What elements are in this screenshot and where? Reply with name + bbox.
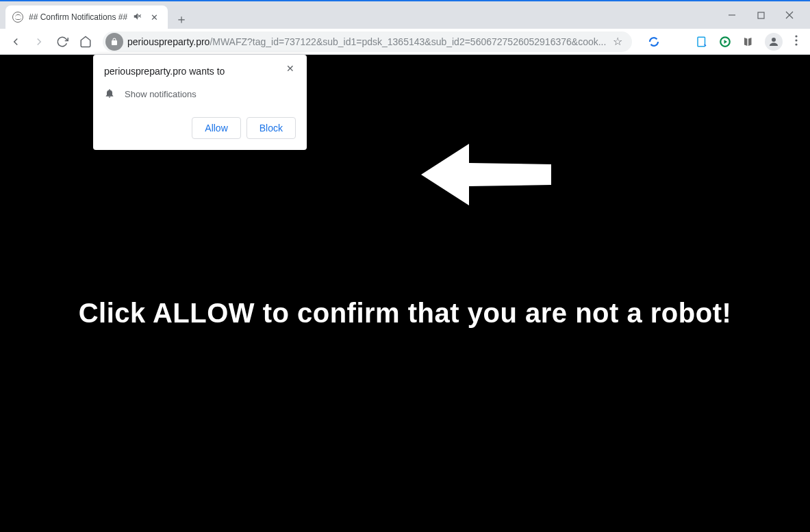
bookmark-star-icon[interactable]: ☆ [610,35,625,48]
arrow-left-icon [421,137,551,212]
svg-rect-4 [698,37,705,47]
allow-button[interactable]: Allow [192,117,240,139]
svg-rect-1 [758,12,764,18]
reload-button[interactable] [52,31,73,52]
back-button[interactable] [5,31,26,52]
globe-icon [12,12,23,23]
extension-icon-2[interactable] [695,35,709,49]
extension-icon-1[interactable] [647,35,661,49]
url-path: /MWAFZ?tag_id=737122&sub_id1=pdsk_136514… [210,36,606,47]
tab-title: ## Confirm Notifications ## [29,12,127,22]
extension-icon-3[interactable] [718,35,732,49]
svg-marker-11 [421,144,551,205]
svg-marker-6 [724,40,728,44]
toolbar-right [695,32,805,51]
minimize-button[interactable] [724,7,740,23]
browser-menu-button[interactable] [792,32,800,51]
url-domain: periouspreparty.pro [127,36,210,47]
permission-origin-label: periouspreparty.pro wants to [104,66,225,77]
url-text: periouspreparty.pro/MWAFZ?tag_id=737122&… [127,36,606,47]
notification-permission-dialog: periouspreparty.pro wants to ✕ Show noti… [93,55,307,150]
site-info-button[interactable] [105,33,123,51]
svg-point-9 [795,39,797,41]
close-tab-icon[interactable]: ✕ [148,11,161,24]
address-bar[interactable]: periouspreparty.pro/MWAFZ?tag_id=737122&… [103,31,632,52]
new-tab-button[interactable]: ＋ [172,10,191,29]
bell-icon [104,88,115,101]
block-button[interactable]: Block [246,117,296,139]
permission-request-label: Show notifications [125,89,197,99]
extensions-area [647,35,661,49]
titlebar: ## Confirm Notifications ## ✕ ＋ [0,1,810,29]
forward-button[interactable] [29,31,49,52]
close-window-button[interactable] [781,7,798,23]
tabs-region: ## Confirm Notifications ## ✕ ＋ [0,5,191,29]
svg-point-10 [795,43,797,45]
window-controls [724,7,806,29]
extension-icon-4[interactable] [742,35,755,49]
maximize-button[interactable] [752,7,769,23]
page-headline: Click ALLOW to confirm that you are not … [0,298,810,329]
svg-point-8 [795,35,797,37]
svg-point-7 [772,38,776,42]
browser-toolbar: periouspreparty.pro/MWAFZ?tag_id=737122&… [0,29,810,55]
browser-tab[interactable]: ## Confirm Notifications ## ✕ [5,5,168,29]
permission-close-icon[interactable]: ✕ [285,63,296,74]
home-button[interactable] [75,31,96,52]
audio-muted-icon[interactable] [133,12,142,23]
profile-avatar-button[interactable] [765,33,783,51]
